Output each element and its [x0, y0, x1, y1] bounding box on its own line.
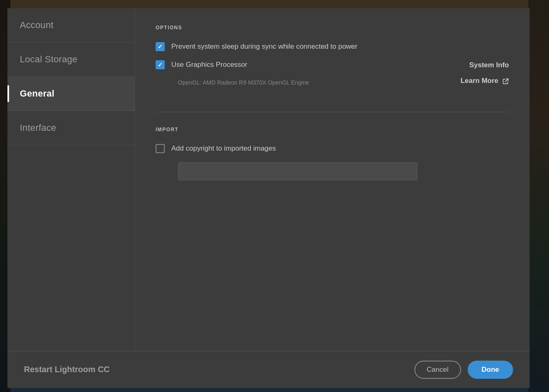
- dialog-body: Account Local Storage General Interface …: [7, 8, 530, 351]
- external-link-icon: [502, 78, 509, 85]
- gpu-checkbox-row: Use Graphics Processor: [156, 60, 309, 69]
- sidebar-item-general[interactable]: General: [7, 77, 135, 111]
- prevent-sleep-label: Prevent system sleep during sync while c…: [171, 43, 357, 51]
- restart-label[interactable]: Restart Lightroom CC: [24, 365, 110, 374]
- preferences-dialog: Account Local Storage General Interface …: [7, 8, 530, 388]
- learn-more-link[interactable]: Learn More: [461, 77, 509, 85]
- gpu-left: Use Graphics Processor OpenGL: AMD Radeo…: [156, 60, 309, 95]
- system-info-link[interactable]: System Info: [469, 61, 509, 69]
- bg-right: [528, 0, 549, 392]
- sidebar-item-interface[interactable]: Interface: [7, 111, 135, 145]
- sidebar-general-label: General: [20, 88, 54, 99]
- content-area: OPTIONS Prevent system sleep during sync…: [135, 8, 530, 351]
- add-copyright-checkbox[interactable]: [156, 144, 165, 153]
- done-button[interactable]: Done: [468, 361, 514, 379]
- gpu-info-text: OpenGL: AMD Radeon R9 M370X OpenGL Engin…: [178, 78, 309, 87]
- gpu-container: Use Graphics Processor: [156, 60, 309, 69]
- sidebar-item-account[interactable]: Account: [7, 8, 135, 43]
- sidebar: Account Local Storage General Interface: [7, 8, 135, 351]
- import-section-label: IMPORT: [156, 127, 509, 132]
- copyright-input[interactable]: [178, 162, 417, 180]
- use-gpu-label: Use Graphics Processor: [171, 61, 247, 69]
- prevent-sleep-row: Prevent system sleep during sync while c…: [156, 42, 509, 51]
- use-gpu-checkbox[interactable]: [156, 60, 165, 69]
- prevent-sleep-container: Prevent system sleep during sync while c…: [156, 42, 509, 51]
- options-section: OPTIONS Prevent system sleep during sync…: [156, 25, 509, 95]
- cancel-button[interactable]: Cancel: [414, 361, 461, 379]
- action-links: System Info Learn More: [461, 60, 509, 85]
- sidebar-account-label: Account: [20, 20, 54, 30]
- footer-buttons: Cancel Done: [414, 361, 513, 379]
- import-section: IMPORT Add copyright to imported images: [156, 127, 509, 180]
- section-divider: [156, 112, 509, 112]
- sidebar-item-local-storage[interactable]: Local Storage: [7, 43, 135, 77]
- sidebar-interface-label: Interface: [20, 123, 56, 133]
- copyright-row: Add copyright to imported images: [156, 144, 509, 153]
- add-copyright-label: Add copyright to imported images: [171, 144, 276, 153]
- options-section-label: OPTIONS: [156, 25, 509, 31]
- gpu-row: Use Graphics Processor OpenGL: AMD Radeo…: [156, 60, 509, 95]
- dialog-footer: Restart Lightroom CC Cancel Done: [7, 351, 530, 388]
- copyright-container: Add copyright to imported images: [156, 144, 509, 153]
- sidebar-local-storage-label: Local Storage: [20, 54, 78, 64]
- learn-more-text: Learn More: [461, 77, 499, 85]
- prevent-sleep-checkbox[interactable]: [156, 42, 165, 51]
